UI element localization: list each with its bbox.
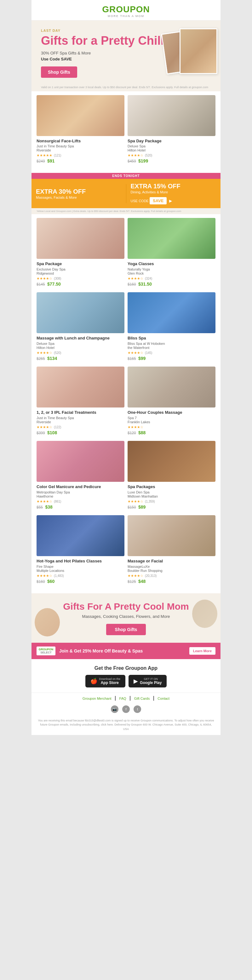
hero-code-value: SAVE <box>61 57 72 61</box>
app-store-button[interactable]: 🍎 Download on the App Store <box>85 675 126 687</box>
product-location: Multiple Locations <box>37 569 124 573</box>
product-row-2: Spa Package Exclusive Day Spa Ridgewood … <box>37 218 215 286</box>
product-card-spa-package[interactable]: Spa Package Exclusive Day Spa Ridgewood … <box>37 218 124 286</box>
product-price: $150 $89 <box>128 504 215 509</box>
hero-code-label: Use Code SAVE <box>41 57 211 61</box>
product-stars: ★★★★☆ (145) <box>128 351 215 355</box>
footer-banner-title: Gifts For A Pretty Cool Mom <box>38 601 214 612</box>
product-card-yoga-classes[interactable]: Yoga Classes Naturally Yoga Glen Rock ★★… <box>128 218 215 286</box>
product-title: 1, 2, or 3 IPL Facial Treatments <box>37 410 124 415</box>
price-sale: $199 <box>138 158 148 164</box>
product-card-spa-day-package[interactable]: Spa Day Package Deluxe Spa Hilton Hotel … <box>128 95 215 164</box>
price-sale: $134 <box>47 356 57 361</box>
price-sale: $48 <box>138 579 145 584</box>
product-title: Spa Day Package <box>128 138 215 144</box>
product-card-couples-massage[interactable]: One-Hour Couples Massage Spa 7 Franklin … <box>128 367 215 435</box>
product-image-spa-day-package <box>128 95 215 136</box>
product-image-bliss-spa <box>128 292 215 333</box>
google-play-button[interactable]: ▶ GET IT ON Google Play <box>129 675 167 687</box>
product-stars: ★★★★☆ (520) <box>37 351 124 355</box>
app-section: Get the Free Groupon App 🍎 Download on t… <box>32 659 220 692</box>
product-location: Hilton Hotel <box>128 148 215 152</box>
product-vendor: Metropolitan Day Spa <box>37 490 124 494</box>
product-price: $145 $77.50 <box>37 282 124 286</box>
app-store-label: App Store <box>101 681 119 685</box>
groupon-logo[interactable]: GROUPON <box>32 5 220 14</box>
price-original: $249 <box>37 159 45 164</box>
product-location: Glen Rock <box>128 272 215 275</box>
footer-banner: Gifts For A Pretty Cool Mom Massages, Co… <box>32 593 220 643</box>
product-stars: ★★★★☆ (308) <box>37 277 124 281</box>
product-location: Franklin Lakes <box>128 420 215 424</box>
google-play-sub: GET IT ON <box>140 678 162 681</box>
product-vendor: Exclusive Day Spa <box>37 267 124 271</box>
price-original: $120 <box>128 431 136 435</box>
price-original: $125 <box>128 579 136 584</box>
product-title: Spa Package <box>37 261 124 267</box>
promo-right: EXTRA 15% OFF Dining, Activities & More … <box>126 179 221 208</box>
footer-disclaimer: You are receiving this email because fdc… <box>32 716 220 735</box>
product-title: Massage with Lunch and Champagne <box>37 336 124 341</box>
product-price: $160 $60 <box>37 579 124 584</box>
product-row-6: Hot-Yoga and Hot Pilates Classes Fire Sh… <box>37 515 215 584</box>
product-card-spa-packages[interactable]: Spa Packages Luxe Den Spa Midtown Manhat… <box>128 441 215 509</box>
product-card-bliss-spa[interactable]: Bliss Spa Bliss Spa at W Hoboken the Wat… <box>128 292 215 361</box>
product-vendor: Deluxe Spa <box>128 144 215 148</box>
product-card-hot-yoga[interactable]: Hot-Yoga and Hot Pilates Classes Fire Sh… <box>37 515 124 584</box>
product-grid: Nonsurgical Face-Lifts Just in Time Beau… <box>32 91 220 173</box>
product-vendor: Luxe Den Spa <box>128 490 215 494</box>
product-stars: ★★★★★ (121) <box>37 153 124 158</box>
product-card-nonsurgical-face-lifts[interactable]: Nonsurgical Face-Lifts Just in Time Beau… <box>37 95 124 164</box>
footer-banner-decoration-right <box>192 600 217 628</box>
footer-link-contact[interactable]: Contact <box>158 697 169 700</box>
product-price: $160 $31.50 <box>128 282 215 286</box>
price-sale: $99 <box>138 356 145 361</box>
product-card-ipl-facial[interactable]: 1, 2, or 3 IPL Facial Treatments Just in… <box>37 367 124 435</box>
price-sale: $89 <box>138 504 145 509</box>
product-price: $249 $91 <box>37 158 124 164</box>
select-logo-line1: GROUPON <box>38 648 54 651</box>
product-price: $399 $108 <box>37 430 124 435</box>
select-learn-more-button[interactable]: Learn More <box>189 647 215 655</box>
product-card-massage-facial[interactable]: Massage or Facial MassageLuXe Boulder Ru… <box>128 515 215 584</box>
price-original: $150 <box>128 505 136 509</box>
product-image-ipl-facial <box>37 367 124 407</box>
product-title: One-Hour Couples Massage <box>128 410 215 415</box>
product-image-massage-lunch-champagne <box>37 292 124 333</box>
facebook-icon[interactable]: f <box>122 705 130 713</box>
promo-desc-right: Dining, Activities & More <box>131 190 216 194</box>
twitter-icon[interactable]: t <box>134 705 141 713</box>
product-location: Hawthorne <box>37 495 124 498</box>
product-title: Massage or Facial <box>128 558 215 564</box>
product-card-gel-manicure[interactable]: Color Gel Manicure and Pedicure Metropol… <box>37 441 124 509</box>
app-buttons: 🍎 Download on the App Store ▶ GET IT ON … <box>37 675 215 687</box>
hero-shop-button[interactable]: Shop Gifts <box>41 67 77 78</box>
select-text: Join & Get 25% More Off Beauty & Spas <box>59 648 185 654</box>
google-play-label: Google Play <box>140 681 162 685</box>
instagram-icon[interactable]: 📷 <box>111 705 118 713</box>
product-title: Color Gel Manicure and Pedicure <box>37 484 124 490</box>
product-stars: ★★★★☆ (122) <box>37 425 124 429</box>
product-vendor: Spa 7 <box>128 416 215 420</box>
product-card-massage-lunch-champagne[interactable]: Massage with Lunch and Champagne Deluxe … <box>37 292 124 361</box>
hero-discount: 30% OFF Spa Gifts & More <box>41 51 211 56</box>
hero-disclaimer: Valid on 1 unit per transaction over 3 l… <box>32 83 220 91</box>
logo-tagline: MORE THAN A MOM <box>32 14 220 18</box>
footer-shop-button[interactable]: Shop Gifts <box>106 624 146 635</box>
product-row-5: Color Gel Manicure and Pedicure Metropol… <box>37 441 215 509</box>
product-vendor: Naturally Yoga <box>128 267 215 271</box>
apple-icon: 🍎 <box>90 678 97 685</box>
price-original: $165 <box>128 356 136 361</box>
price-sale: $91 <box>47 158 54 164</box>
price-original: $55 <box>37 505 43 509</box>
footer-link-faq[interactable]: FAQ <box>120 697 126 700</box>
promo-extra-left: EXTRA 30% OFF <box>36 188 121 195</box>
product-price: $55 $38 <box>37 504 124 509</box>
product-image-nonsurgical-face-lifts <box>37 95 124 136</box>
footer-link-gift-cards[interactable]: Gift Cards <box>134 697 150 700</box>
price-sale: $60 <box>47 579 54 584</box>
product-price: $165 $99 <box>128 356 215 361</box>
footer-banner-decoration-left <box>35 608 60 636</box>
footer-link-merchant[interactable]: Groupon Merchant <box>83 697 112 700</box>
promo-code-value: SAVE <box>150 197 167 204</box>
